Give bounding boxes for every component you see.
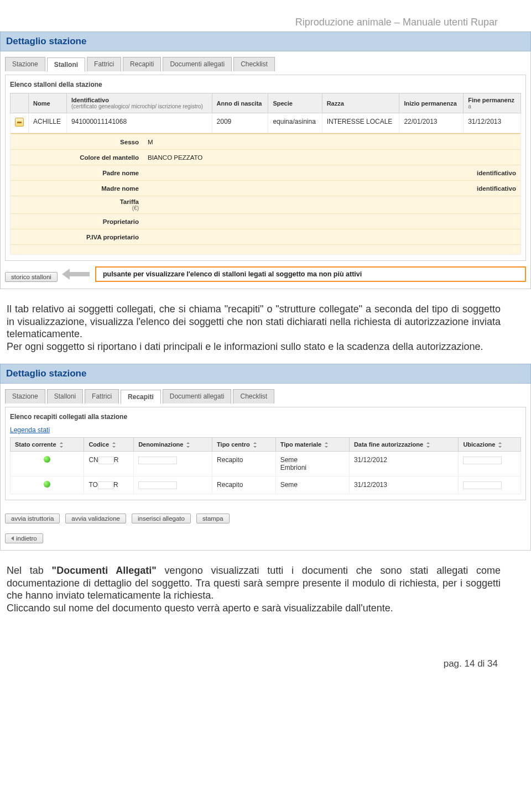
cell-tipo-materiale: Seme [275, 476, 349, 494]
tab-stazione[interactable]: Stazione [5, 389, 45, 404]
cell-tipo-materiale: SemeEmbrioni [275, 452, 349, 476]
page-footer: pag. 14 di 34 [0, 625, 531, 686]
tab-bar: Stazione Stalloni Fattrici Recapiti Docu… [5, 57, 526, 71]
paragraph-1: Il tab relativo ai soggetti collegati, c… [0, 289, 531, 364]
tab-stalloni[interactable]: Stalloni [47, 389, 83, 404]
tab-bar: Stazione Stalloni Fattrici Recapiti Docu… [5, 389, 526, 404]
cell-fine: 31/12/2013 [464, 113, 521, 133]
tab-fattrici[interactable]: Fattrici [87, 57, 121, 71]
recapiti-table: Stato corrente Codice Denominazione Tipo… [10, 437, 521, 494]
tab-stalloni[interactable]: Stalloni [47, 57, 85, 72]
fieldset-legend: Elenco recapiti collegati alla stazione [10, 412, 521, 425]
cell-ubicazione [459, 452, 521, 476]
recapiti-fieldset: Elenco recapiti collegati alla stazione … [5, 407, 526, 500]
avvia-istruttoria-button[interactable]: avvia istruttoria [5, 514, 60, 523]
sort-icon[interactable] [185, 442, 191, 448]
tab-stazione[interactable]: Stazione [5, 57, 45, 71]
document-header: Riproduzione animale – Manuale utenti Ru… [0, 0, 531, 32]
tab-documenti-allegati[interactable]: Documenti allegati [163, 57, 232, 71]
sort-icon[interactable] [111, 442, 117, 448]
sort-icon[interactable] [59, 442, 64, 448]
cell-ubicazione [459, 476, 521, 494]
table-row: CNRRecapitoSemeEmbrioni31/12/2012 [11, 452, 521, 476]
table-row: ACHILLE 941000011141068 2009 equina/asin… [11, 113, 521, 133]
screenshot-dettaglio-stalloni: Dettaglio stazione Stazione Stalloni Fat… [0, 32, 531, 289]
panel-title: Dettaglio stazione [0, 32, 531, 51]
col-expand [11, 93, 29, 113]
col-stato[interactable]: Stato corrente [11, 438, 84, 452]
stalloni-table: Nome Identificativo (certificato genealo… [10, 93, 521, 255]
arrow-left-icon [63, 270, 90, 278]
col-fine-permanenza[interactable]: Fine permanenz a [464, 93, 521, 113]
status-dot-icon [44, 456, 50, 463]
cell-tipo-centro: Recapito [212, 452, 276, 476]
tab-recapiti[interactable]: Recapiti [121, 390, 161, 404]
tab-fattrici[interactable]: Fattrici [85, 389, 119, 404]
col-inizio-permanenza[interactable]: Inizio permanenza [399, 93, 464, 113]
sort-icon[interactable] [324, 442, 329, 448]
avvia-validazione-button[interactable]: avvia validazione [65, 514, 126, 523]
fieldset-legend: Elenco stalloni della stazione [10, 80, 521, 93]
col-anno-nascita[interactable]: Anno di nascita [212, 93, 268, 113]
cell-nome: ACHILLE [29, 113, 67, 133]
row-detail-panel: SessoM Colore del mantelloBIANCO PEZZATO… [11, 133, 520, 254]
status-dot-icon [44, 481, 50, 488]
cell-codice: CNR [84, 452, 134, 476]
indietro-button[interactable]: indietro [5, 533, 43, 543]
tab-checklist[interactable]: Checklist [233, 57, 275, 71]
sort-icon[interactable] [252, 442, 258, 448]
sort-icon[interactable] [425, 442, 431, 448]
col-razza[interactable]: Razza [322, 93, 399, 113]
col-identificativo[interactable]: Identificativo (certificato genealogico/… [67, 93, 212, 113]
legenda-stati-link[interactable]: Legenda stati [10, 425, 50, 437]
cell-data-fine: 31/12/2013 [349, 476, 459, 494]
stampa-button[interactable]: stampa [196, 514, 230, 523]
cell-inizio: 22/01/2013 [399, 113, 464, 133]
col-tipo-materiale[interactable]: Tipo materiale [275, 438, 349, 452]
col-data-fine[interactable]: Data fine autorizzazione [349, 438, 459, 452]
cell-denominazione [134, 476, 212, 494]
cell-identificativo: 941000011141068 [67, 113, 212, 133]
sort-icon[interactable] [497, 442, 503, 448]
table-row: TORRecapitoSeme31/12/2013 [11, 476, 521, 494]
tab-recapiti[interactable]: Recapiti [123, 57, 161, 71]
paragraph-2: Nel tab "Documenti Allegati" vengono vis… [0, 551, 531, 625]
cell-anno: 2009 [212, 113, 268, 133]
callout-text: pulsante per visualizzare l'elenco di st… [95, 266, 526, 282]
col-denominazione[interactable]: Denominazione [134, 438, 212, 452]
stalloni-fieldset: Elenco stalloni della stazione Nome Iden… [5, 75, 526, 261]
screenshot-dettaglio-recapiti: Dettaglio stazione Stazione Stalloni Fat… [0, 364, 531, 551]
cell-razza: INTERESSE LOCALE [322, 113, 399, 133]
col-ubicazione[interactable]: Ubicazione [459, 438, 521, 452]
collapse-icon[interactable] [15, 118, 24, 127]
panel-title: Dettaglio stazione [0, 364, 531, 384]
cell-tipo-centro: Recapito [212, 476, 276, 494]
inserisci-allegato-button[interactable]: inserisci allegato [132, 514, 191, 523]
cell-denominazione [134, 452, 212, 476]
action-buttons: avvia istruttoria avvia validazione inse… [5, 508, 526, 523]
col-specie[interactable]: Specie [268, 93, 322, 113]
col-codice[interactable]: Codice [84, 438, 134, 452]
tab-checklist[interactable]: Checklist [233, 389, 274, 404]
cell-specie: equina/asinina [268, 113, 322, 133]
col-nome[interactable]: Nome [29, 93, 67, 113]
tab-documenti-allegati[interactable]: Documenti allegati [163, 389, 232, 404]
cell-codice: TOR [84, 476, 134, 494]
storico-stalloni-button[interactable]: storico stalloni [5, 272, 58, 282]
cell-data-fine: 31/12/2012 [349, 452, 459, 476]
chevron-left-icon [11, 536, 14, 541]
col-tipo-centro[interactable]: Tipo centro [212, 438, 276, 452]
